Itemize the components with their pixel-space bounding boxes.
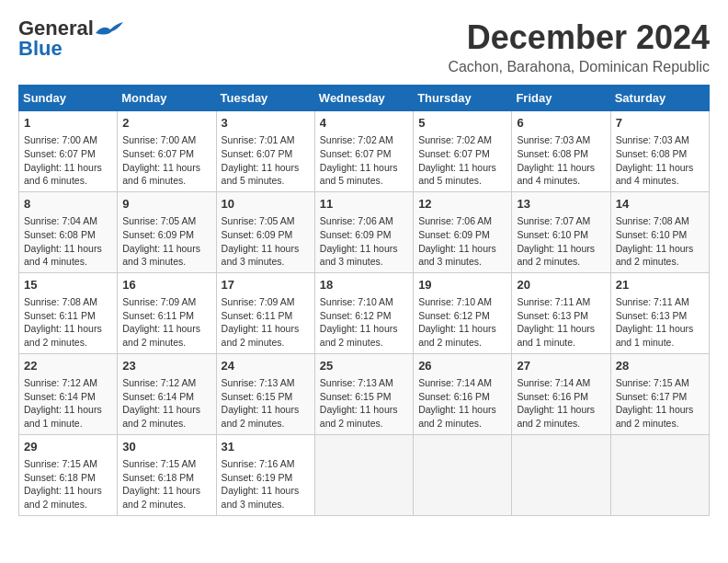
day-number: 13 [517,196,605,213]
sunset-text: Sunset: 6:07 PM [222,148,293,159]
calendar-table: Sunday Monday Tuesday Wednesday Thursday… [18,85,710,516]
calendar-cell: 22 Sunrise: 7:12 AM Sunset: 6:14 PM Dayl… [19,353,118,434]
daylight-text: Daylight: 11 hours and 3 minutes. [222,485,300,510]
calendar-cell: 30 Sunrise: 7:15 AM Sunset: 6:18 PM Dayl… [118,434,216,515]
calendar-cell: 2 Sunrise: 7:00 AM Sunset: 6:07 PM Dayli… [118,111,216,192]
sunrise-text: Sunrise: 7:10 AM [320,296,393,307]
sunrise-text: Sunrise: 7:06 AM [320,215,393,226]
sunrise-text: Sunrise: 7:14 AM [517,377,590,388]
title-area: December 2024 Cachon, Barahona, Dominica… [448,18,710,75]
day-number: 30 [122,439,210,455]
col-tuesday: Tuesday [216,86,314,111]
sunset-text: Sunset: 6:07 PM [122,148,194,159]
day-number: 27 [517,358,605,374]
sunrise-text: Sunrise: 7:13 AM [222,377,295,388]
col-friday: Friday [512,86,610,111]
sunset-text: Sunset: 6:16 PM [517,391,588,402]
day-number: 22 [24,358,112,374]
calendar-header-row: Sunday Monday Tuesday Wednesday Thursday… [19,86,710,111]
calendar-cell: 29 Sunrise: 7:15 AM Sunset: 6:18 PM Dayl… [19,434,118,515]
calendar-cell: 4 Sunrise: 7:02 AM Sunset: 6:07 PM Dayli… [314,111,413,192]
sunset-text: Sunset: 6:07 PM [320,148,392,159]
month-title: December 2024 [448,18,710,57]
sunset-text: Sunset: 6:18 PM [122,472,194,483]
calendar-cell: 9 Sunrise: 7:05 AM Sunset: 6:09 PM Dayli… [118,191,216,272]
calendar-cell: 19 Sunrise: 7:10 AM Sunset: 6:12 PM Dayl… [414,272,512,353]
sunset-text: Sunset: 6:15 PM [222,391,293,402]
daylight-text: Daylight: 11 hours and 2 minutes. [122,323,200,348]
sunset-text: Sunset: 6:19 PM [222,472,293,483]
sunrise-text: Sunrise: 7:03 AM [616,134,689,145]
daylight-text: Daylight: 11 hours and 2 minutes. [122,485,200,510]
sunrise-text: Sunrise: 7:16 AM [222,458,295,469]
sunset-text: Sunset: 6:09 PM [418,229,490,240]
location-title: Cachon, Barahona, Dominican Republic [448,59,710,75]
sunrise-text: Sunrise: 7:15 AM [122,458,196,469]
day-number: 9 [122,196,210,213]
sunrise-text: Sunrise: 7:07 AM [517,215,590,226]
sunrise-text: Sunrise: 7:02 AM [320,134,393,145]
daylight-text: Daylight: 11 hours and 4 minutes. [24,243,102,268]
calendar-cell: 26 Sunrise: 7:14 AM Sunset: 6:16 PM Dayl… [414,353,512,434]
daylight-text: Daylight: 11 hours and 6 minutes. [122,162,200,187]
day-number: 1 [24,115,112,132]
sunrise-text: Sunrise: 7:08 AM [24,296,97,307]
sunrise-text: Sunrise: 7:00 AM [24,134,97,145]
calendar-cell: 11 Sunrise: 7:06 AM Sunset: 6:09 PM Dayl… [314,191,413,272]
calendar-cell: 25 Sunrise: 7:13 AM Sunset: 6:15 PM Dayl… [314,353,413,434]
sunrise-text: Sunrise: 7:00 AM [122,134,196,145]
daylight-text: Daylight: 11 hours and 1 minute. [517,323,595,348]
sunset-text: Sunset: 6:18 PM [24,472,96,483]
calendar-cell: 27 Sunrise: 7:14 AM Sunset: 6:16 PM Dayl… [512,353,610,434]
calendar-cell: 28 Sunrise: 7:15 AM Sunset: 6:17 PM Dayl… [610,353,709,434]
daylight-text: Daylight: 11 hours and 2 minutes. [616,243,694,268]
day-number: 8 [24,196,112,213]
daylight-text: Daylight: 11 hours and 2 minutes. [517,243,595,268]
sunset-text: Sunset: 6:09 PM [320,229,392,240]
sunrise-text: Sunrise: 7:10 AM [418,296,492,307]
daylight-text: Daylight: 11 hours and 3 minutes. [418,243,496,268]
sunset-text: Sunset: 6:08 PM [517,148,588,159]
sunrise-text: Sunrise: 7:02 AM [418,134,492,145]
daylight-text: Daylight: 11 hours and 2 minutes. [24,323,102,348]
sunset-text: Sunset: 6:08 PM [24,229,96,240]
daylight-text: Daylight: 11 hours and 2 minutes. [122,404,200,429]
daylight-text: Daylight: 11 hours and 5 minutes. [320,162,398,187]
day-number: 16 [122,277,210,293]
sunset-text: Sunset: 6:15 PM [320,391,392,402]
calendar-cell [610,434,709,515]
day-number: 23 [122,358,210,374]
logo-bird-icon [96,22,123,39]
calendar-cell: 1 Sunrise: 7:00 AM Sunset: 6:07 PM Dayli… [19,111,118,192]
calendar-cell [314,434,413,515]
day-number: 12 [418,196,506,213]
sunrise-text: Sunrise: 7:13 AM [320,377,393,388]
sunrise-text: Sunrise: 7:06 AM [418,215,492,226]
calendar-week-row: 29 Sunrise: 7:15 AM Sunset: 6:18 PM Dayl… [19,434,710,515]
sunrise-text: Sunrise: 7:05 AM [222,215,295,226]
sunrise-text: Sunrise: 7:12 AM [122,377,196,388]
calendar-cell: 13 Sunrise: 7:07 AM Sunset: 6:10 PM Dayl… [512,191,610,272]
calendar-cell: 3 Sunrise: 7:01 AM Sunset: 6:07 PM Dayli… [216,111,314,192]
daylight-text: Daylight: 11 hours and 5 minutes. [222,162,300,187]
day-number: 31 [222,439,310,455]
day-number: 10 [222,196,310,213]
day-number: 18 [320,277,408,293]
day-number: 29 [24,439,112,455]
sunset-text: Sunset: 6:16 PM [418,391,490,402]
sunrise-text: Sunrise: 7:12 AM [24,377,97,388]
day-number: 17 [222,277,310,293]
sunset-text: Sunset: 6:09 PM [122,229,194,240]
calendar-cell: 23 Sunrise: 7:12 AM Sunset: 6:14 PM Dayl… [118,353,216,434]
daylight-text: Daylight: 11 hours and 3 minutes. [222,243,300,268]
calendar-cell: 12 Sunrise: 7:06 AM Sunset: 6:09 PM Dayl… [414,191,512,272]
daylight-text: Daylight: 11 hours and 2 minutes. [616,404,694,429]
calendar-week-row: 1 Sunrise: 7:00 AM Sunset: 6:07 PM Dayli… [19,111,710,192]
day-number: 14 [616,196,704,213]
calendar-cell [414,434,512,515]
sunset-text: Sunset: 6:09 PM [222,229,293,240]
day-number: 21 [616,277,704,293]
sunset-text: Sunset: 6:11 PM [222,310,293,321]
sunrise-text: Sunrise: 7:09 AM [122,296,196,307]
calendar-cell: 14 Sunrise: 7:08 AM Sunset: 6:10 PM Dayl… [610,191,709,272]
